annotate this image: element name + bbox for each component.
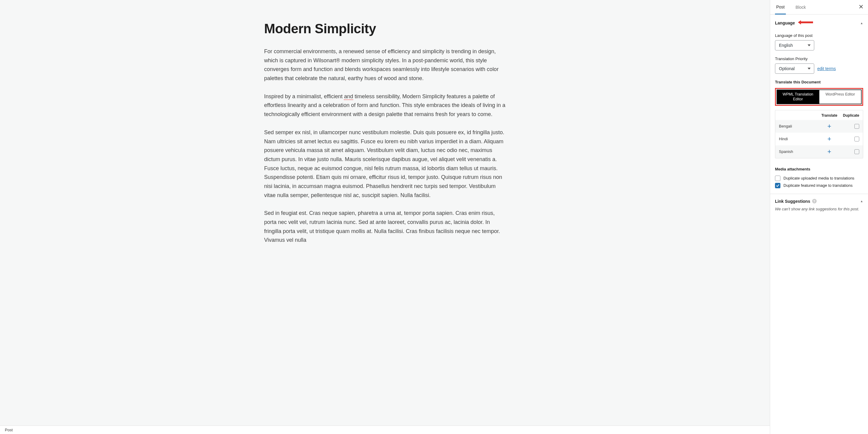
editor-toggle: WPML Translation Editor WordPress Editor <box>776 89 862 104</box>
close-icon <box>858 4 864 9</box>
duplicate-column-header: Duplicate <box>840 113 859 118</box>
table-header-row: Translate Duplicate <box>775 110 863 120</box>
language-panel: Language ▲ Language of this post English… <box>770 15 868 211</box>
duplicate-checkbox[interactable] <box>855 124 859 129</box>
editor-content[interactable]: Modern Simplicity For commercial environ… <box>258 0 512 245</box>
callout-arrow-icon <box>797 19 814 27</box>
tab-block[interactable]: Block <box>794 0 807 14</box>
duplicate-featured-checkbox[interactable] <box>775 183 780 188</box>
link-suggestions-message: We can't show any link suggestions for t… <box>775 207 863 211</box>
language-panel-header[interactable]: Language ▲ <box>775 15 863 31</box>
language-name: Hindi <box>779 137 819 141</box>
add-translation-icon[interactable]: + <box>828 135 832 143</box>
collapse-icon: ▲ <box>860 22 863 25</box>
translation-priority-label: Translation Priority <box>775 57 863 61</box>
duplicate-checkbox[interactable] <box>855 137 859 141</box>
media-option-row: Duplicate featured image to translations <box>775 183 863 188</box>
wordpress-editor-toggle[interactable]: WordPress Editor <box>819 90 861 104</box>
language-name: Spanish <box>779 149 819 154</box>
settings-sidebar: Post Block Language ▲ Language of this p… <box>770 0 868 434</box>
duplicate-uploaded-checkbox[interactable] <box>775 176 780 181</box>
paragraph-block[interactable]: Sed in feugiat est. Cras neque sapien, p… <box>264 209 506 245</box>
collapse-icon: ▲ <box>860 200 863 203</box>
translate-column-header: Translate <box>819 113 840 118</box>
media-attachments-title: Media attachments <box>775 167 863 171</box>
edit-terms-link[interactable]: edit terms <box>817 66 836 71</box>
spellcheck-word: and <box>344 93 353 100</box>
translate-document-label: Translate this Document <box>775 80 863 84</box>
wpml-editor-toggle[interactable]: WPML Translation Editor <box>777 90 819 104</box>
language-select[interactable]: English <box>775 40 814 51</box>
link-suggestions-header[interactable]: Link Suggestions ? ▲ <box>775 194 863 207</box>
table-row: Spanish + <box>775 145 863 158</box>
checkmark-icon <box>776 183 780 188</box>
language-name: Bengali <box>779 124 819 128</box>
media-option-label: Duplicate uploaded media to translations <box>783 176 855 180</box>
paragraph-block[interactable]: For commercial environments, a renewed s… <box>264 47 506 83</box>
table-row: Hindi + <box>775 133 863 145</box>
duplicate-checkbox[interactable] <box>855 149 859 154</box>
post-title[interactable]: Modern Simplicity <box>264 21 506 36</box>
help-icon[interactable]: ? <box>812 199 817 203</box>
tab-post[interactable]: Post <box>775 0 786 15</box>
add-translation-icon[interactable]: + <box>828 122 832 130</box>
priority-select[interactable]: Optional <box>775 63 814 74</box>
media-option-label: Duplicate featured image to translations <box>783 183 852 188</box>
link-suggestions-title: Link Suggestions <box>775 199 810 204</box>
paragraph-block[interactable]: Inspired by a minimalist, efficient and … <box>264 92 506 119</box>
paragraph-block[interactable]: Sed semper ex nisl, in ullamcorper nunc … <box>264 128 506 200</box>
close-sidebar-button[interactable] <box>857 2 866 12</box>
editor-toggle-callout: WPML Translation Editor WordPress Editor <box>775 88 863 106</box>
language-of-post-label: Language of this post <box>775 33 863 38</box>
add-translation-icon[interactable]: + <box>828 148 832 155</box>
sidebar-tab-bar: Post Block <box>770 0 868 15</box>
editor-area: Modern Simplicity For commercial environ… <box>0 0 770 434</box>
breadcrumb-post[interactable]: Post <box>5 428 13 432</box>
media-option-row: Duplicate uploaded media to translations <box>775 176 863 181</box>
language-panel-title: Language <box>775 21 795 25</box>
table-row: Bengali + <box>775 120 863 133</box>
translation-languages-table: Translate Duplicate Bengali + Hindi + Sp… <box>775 110 863 158</box>
editor-footer-bar: Post <box>0 426 770 434</box>
